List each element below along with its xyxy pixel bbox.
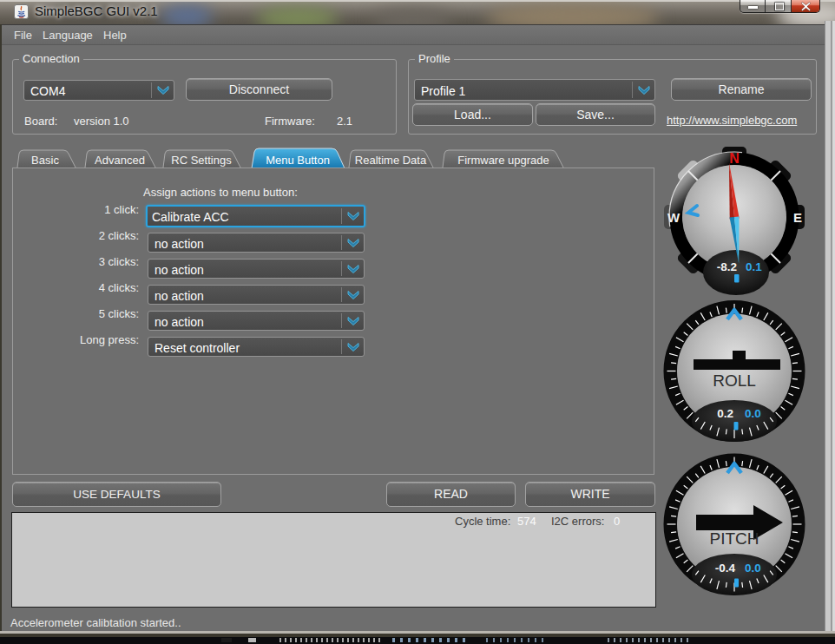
svg-text:ROLL: ROLL bbox=[713, 371, 756, 390]
svg-text:PITCH: PITCH bbox=[710, 529, 759, 548]
svg-text:W: W bbox=[667, 210, 680, 225]
svg-text:-0.4: -0.4 bbox=[715, 562, 736, 575]
svg-text:0.2: 0.2 bbox=[717, 407, 733, 420]
svg-text:E: E bbox=[793, 210, 802, 225]
svg-text:N: N bbox=[729, 151, 740, 166]
svg-text:0.1: 0.1 bbox=[746, 260, 762, 273]
svg-text:-8.2: -8.2 bbox=[717, 260, 737, 273]
svg-text:0.0: 0.0 bbox=[745, 407, 761, 420]
svg-text:0.0: 0.0 bbox=[745, 562, 761, 575]
